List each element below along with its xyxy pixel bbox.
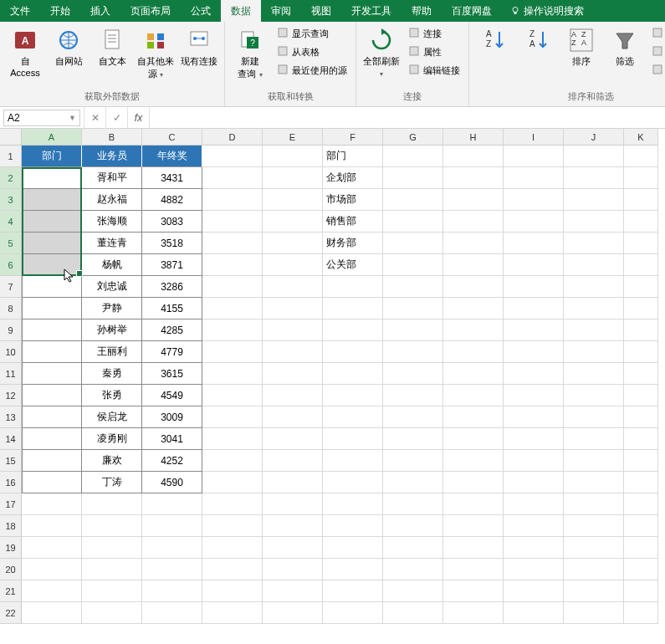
cell-J18[interactable] [564,515,624,537]
cell-K18[interactable] [624,515,658,537]
cell-E5[interactable] [263,233,323,254]
cell-J17[interactable] [564,493,624,515]
col-header-A[interactable]: A [22,129,82,146]
cell-J4[interactable] [564,211,624,233]
cell-K19[interactable] [624,537,658,559]
cell-D12[interactable] [202,385,263,406]
cell-K9[interactable] [624,319,658,341]
connections[interactable]: 连接 [405,25,463,42]
cell-E20[interactable] [263,559,323,580]
cell-F13[interactable] [323,406,383,428]
cell-K14[interactable] [624,428,658,450]
cell-A21[interactable] [22,580,82,602]
menu-文件[interactable]: 文件 [0,0,40,22]
cell-D14[interactable] [202,428,263,450]
cell-F17[interactable] [323,493,383,515]
cell-B11[interactable]: 秦勇 [82,363,142,385]
cell-H22[interactable] [443,602,504,624]
cell-F6[interactable]: 公关部 [323,254,383,276]
fx-button[interactable]: fx [128,107,150,128]
cell-C18[interactable] [142,515,202,537]
cell-C3[interactable]: 4882 [142,189,202,211]
cell-H19[interactable] [443,537,504,559]
advanced[interactable]: 高级 [648,62,665,79]
cell-F14[interactable] [323,428,383,450]
cell-I4[interactable] [504,211,564,233]
col-header-E[interactable]: E [263,129,323,146]
cell-G13[interactable] [383,406,443,428]
cell-B22[interactable] [82,602,142,624]
cell-I15[interactable] [504,450,564,472]
cell-H15[interactable] [443,450,504,472]
cell-I12[interactable] [504,385,564,406]
cell-E8[interactable] [263,298,323,319]
cell-D13[interactable] [202,406,263,428]
cell-A10[interactable] [22,341,82,363]
cell-C1[interactable]: 年终奖 [142,146,202,167]
cell-A12[interactable] [22,385,82,406]
cell-G12[interactable] [383,385,443,406]
cell-D8[interactable] [202,298,263,319]
menu-帮助[interactable]: 帮助 [402,0,442,22]
cell-J8[interactable] [564,298,624,319]
col-header-C[interactable]: C [142,129,202,146]
cell-F2[interactable]: 企划部 [323,167,383,189]
cell-A5[interactable] [22,233,82,254]
cell-D6[interactable] [202,254,263,276]
cell-G20[interactable] [383,559,443,580]
col-header-G[interactable]: G [383,129,443,146]
cell-J16[interactable] [564,472,624,493]
cell-F7[interactable] [323,276,383,298]
cell-E14[interactable] [263,428,323,450]
sort[interactable]: AZZA排序 [561,25,601,69]
row-header-3[interactable]: 3 [0,189,22,211]
cell-C22[interactable] [142,602,202,624]
cell-A11[interactable] [22,363,82,385]
cell-J12[interactable] [564,385,624,406]
row-header-2[interactable]: 2 [0,167,22,189]
cell-E1[interactable] [263,146,323,167]
cell-H10[interactable] [443,341,504,363]
cell-C16[interactable]: 4590 [142,472,202,493]
cell-D17[interactable] [202,493,263,515]
row-header-7[interactable]: 7 [0,276,22,298]
col-header-K[interactable]: K [624,129,658,146]
cell-B20[interactable] [82,559,142,580]
row-header-1[interactable]: 1 [0,146,22,167]
cell-I2[interactable] [504,167,564,189]
cell-H20[interactable] [443,559,504,580]
cell-G2[interactable] [383,167,443,189]
cell-G16[interactable] [383,472,443,493]
cell-K11[interactable] [624,363,658,385]
new-query[interactable]: ?新建查询 ▾ [230,25,270,82]
properties[interactable]: 属性 [405,43,463,60]
show-queries[interactable]: 显示查询 [274,25,350,42]
cell-E4[interactable] [263,211,323,233]
cell-D16[interactable] [202,472,263,493]
menu-视图[interactable]: 视图 [301,0,341,22]
cell-C19[interactable] [142,537,202,559]
cell-J22[interactable] [564,602,624,624]
cell-I10[interactable] [504,341,564,363]
cell-I14[interactable] [504,428,564,450]
cell-I16[interactable] [504,472,564,493]
col-header-D[interactable]: D [202,129,263,146]
cell-I21[interactable] [504,580,564,602]
cell-H11[interactable] [443,363,504,385]
cell-C8[interactable]: 4155 [142,298,202,319]
cell-F3[interactable]: 市场部 [323,189,383,211]
cell-A22[interactable] [22,602,82,624]
cell-G18[interactable] [383,515,443,537]
cell-H18[interactable] [443,515,504,537]
clear[interactable]: 清除 [648,25,665,42]
enter-button[interactable]: ✓ [106,107,128,128]
cell-B2[interactable]: 胥和平 [82,167,142,189]
cell-E18[interactable] [263,515,323,537]
cell-D11[interactable] [202,363,263,385]
cell-G5[interactable] [383,233,443,254]
menu-插入[interactable]: 插入 [80,0,120,22]
formula-bar[interactable] [150,107,665,128]
cell-E19[interactable] [263,537,323,559]
menu-公式[interactable]: 公式 [181,0,221,22]
cell-C6[interactable]: 3871 [142,254,202,276]
